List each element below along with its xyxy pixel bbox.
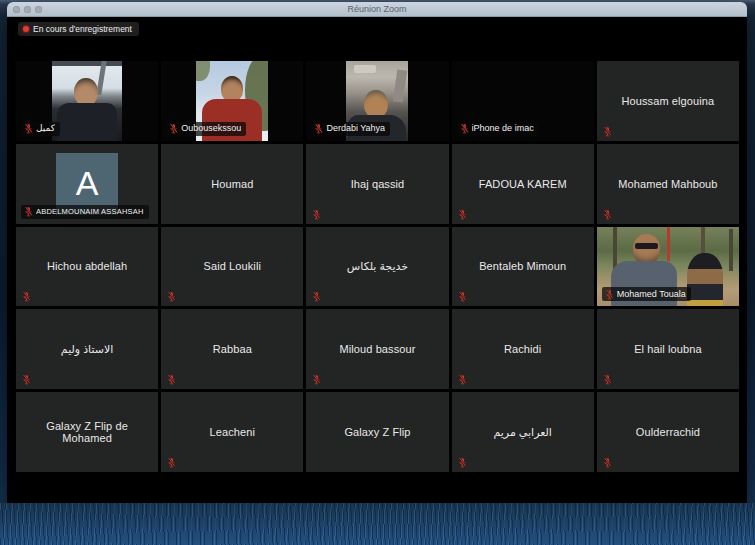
muted-mic-icon	[22, 291, 31, 302]
muted-mic	[458, 457, 467, 468]
participant-name-label: ABDELMOUNAIM ASSAHSAH	[21, 205, 149, 219]
muted-mic-icon	[314, 123, 323, 134]
participant-name: Ihaj qassid	[306, 144, 448, 224]
participant-name: Hichou abdellah	[16, 227, 158, 307]
muted-mic-icon	[458, 457, 467, 468]
participant-tile[interactable]: Said Loukili	[161, 227, 303, 307]
participant-name: الاستاذ وليم	[16, 309, 158, 389]
participant-grid: كميلOubousekssouDerdabi YahyaiPhone de i…	[16, 61, 739, 472]
participant-name: Oulderrachid	[597, 392, 739, 472]
participant-tile[interactable]: Ihaj qassid	[306, 144, 448, 224]
traffic-lights	[13, 6, 42, 13]
participant-tile[interactable]: Mohamed Touala	[597, 227, 739, 307]
muted-mic	[458, 209, 467, 220]
muted-mic-icon	[22, 374, 31, 385]
muted-mic	[24, 206, 33, 217]
participant-tile[interactable]: العرابي مريم	[452, 392, 594, 472]
zoom-meeting-window: Réunion Zoom En cours d'enregistrement ك…	[7, 2, 747, 521]
participant-tile[interactable]: AABDELMOUNAIM ASSAHSAH	[16, 144, 158, 224]
participant-tile[interactable]: Derdabi Yahya	[306, 61, 448, 141]
participant-tile[interactable]: كميل	[16, 61, 158, 141]
participant-tile[interactable]: خديجة بلكاس	[306, 227, 448, 307]
participant-name: Oubousekssou	[181, 123, 241, 134]
participant-name: iPhone de imac	[472, 123, 534, 134]
participant-name: Galaxy Z Flip de Mohamed	[16, 392, 158, 472]
muted-mic-icon	[167, 291, 176, 302]
muted-mic	[458, 374, 467, 385]
minimize-icon[interactable]	[24, 6, 31, 13]
participant-tile[interactable]: Rabbaa	[161, 309, 303, 389]
participant-name-label: Oubousekssou	[166, 122, 246, 136]
window-titlebar[interactable]: Réunion Zoom	[7, 2, 747, 17]
muted-mic-icon	[312, 291, 321, 302]
video-person	[52, 61, 122, 141]
participant-name: Derdabi Yahya	[326, 123, 385, 134]
close-icon[interactable]	[13, 6, 20, 13]
participant-tile[interactable]: Leacheni	[161, 392, 303, 472]
participant-name: Rabbaa	[161, 309, 303, 389]
meeting-content: En cours d'enregistrement كميلOubousekss…	[7, 17, 747, 521]
participant-name: العرابي مريم	[452, 392, 594, 472]
muted-mic	[167, 457, 176, 468]
participant-name: Said Loukili	[161, 227, 303, 307]
participant-tile[interactable]: Houssam elgouina	[597, 61, 739, 141]
muted-mic	[167, 374, 176, 385]
participant-name: Leacheni	[161, 392, 303, 472]
muted-mic	[169, 123, 178, 134]
muted-mic	[312, 209, 321, 220]
muted-mic	[24, 123, 33, 134]
participant-tile[interactable]: Houmad	[161, 144, 303, 224]
participant-name: Rachidi	[452, 309, 594, 389]
muted-mic-icon	[169, 123, 178, 134]
recording-label: En cours d'enregistrement	[33, 24, 132, 34]
participant-tile[interactable]: الاستاذ وليم	[16, 309, 158, 389]
participant-name-label: كميل	[21, 122, 60, 136]
muted-mic-icon	[312, 374, 321, 385]
muted-mic-icon	[312, 209, 321, 220]
muted-mic	[603, 126, 612, 137]
window-title: Réunion Zoom	[347, 2, 406, 16]
participant-name-label: iPhone de imac	[457, 122, 539, 136]
muted-mic-icon	[458, 209, 467, 220]
participant-tile[interactable]: FADOUA KAREM	[452, 144, 594, 224]
muted-mic-icon	[24, 206, 33, 217]
muted-mic-icon	[167, 374, 176, 385]
muted-mic	[22, 374, 31, 385]
participant-tile[interactable]: Oubousekssou	[161, 61, 303, 141]
muted-mic-icon	[24, 123, 33, 134]
muted-mic-icon	[603, 457, 612, 468]
muted-mic	[167, 291, 176, 302]
participant-name: Houssam elgouina	[597, 61, 739, 141]
muted-mic-icon	[603, 374, 612, 385]
desktop-wallpaper: Réunion Zoom En cours d'enregistrement ك…	[0, 0, 755, 545]
participant-tile[interactable]: Hichou abdellah	[16, 227, 158, 307]
participant-name: El hail loubna	[597, 309, 739, 389]
muted-mic-icon	[603, 209, 612, 220]
participant-name: Mohamed Touala	[617, 289, 686, 300]
participant-tile[interactable]: El hail loubna	[597, 309, 739, 389]
participant-tile[interactable]: Bentaleb Mimoun	[452, 227, 594, 307]
muted-mic-icon	[605, 289, 614, 300]
participant-tile[interactable]: Mohamed Mahboub	[597, 144, 739, 224]
participant-tile[interactable]: iPhone de imac	[452, 61, 594, 141]
muted-mic	[460, 123, 469, 134]
participant-tile[interactable]: Galaxy Z Flip de Mohamed	[16, 392, 158, 472]
participant-tile[interactable]: Galaxy Z Flip	[306, 392, 448, 472]
recording-indicator: En cours d'enregistrement	[18, 22, 139, 36]
participant-name: Miloud bassour	[306, 309, 448, 389]
participant-name: خديجة بلكاس	[306, 227, 448, 307]
participant-name: Galaxy Z Flip	[306, 392, 448, 472]
participant-tile[interactable]: Oulderrachid	[597, 392, 739, 472]
muted-mic	[603, 374, 612, 385]
muted-mic-icon	[460, 123, 469, 134]
participant-tile[interactable]: Miloud bassour	[306, 309, 448, 389]
participant-name: ABDELMOUNAIM ASSAHSAH	[36, 207, 144, 216]
muted-mic	[312, 291, 321, 302]
muted-mic	[605, 289, 614, 300]
participant-name: كميل	[36, 123, 55, 134]
zoom-icon[interactable]	[35, 6, 42, 13]
participant-tile[interactable]: Rachidi	[452, 309, 594, 389]
muted-mic	[603, 457, 612, 468]
muted-mic-icon	[603, 126, 612, 137]
muted-mic-icon	[167, 457, 176, 468]
